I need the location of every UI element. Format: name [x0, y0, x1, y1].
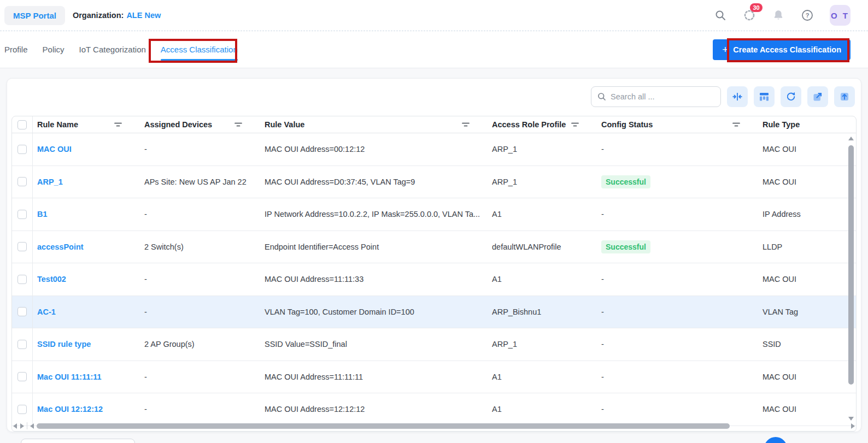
organization-link[interactable]: ALE New [126, 11, 161, 20]
vertical-scrollbar[interactable] [848, 134, 854, 422]
scroll-down-icon[interactable] [848, 417, 854, 421]
cell-rule-name: accessPoint [33, 231, 140, 263]
table-toolbar [7, 79, 861, 107]
column-header-label: Access Role Profile [492, 120, 566, 129]
collapse-columns-button[interactable] [727, 86, 748, 107]
cell-assigned-devices: 2 AP Group(s) [140, 328, 260, 361]
select-all-checkbox[interactable] [17, 120, 27, 129]
cell-rule-value: Endpoint Identifier=Access Point [260, 231, 488, 263]
column-header-config-status: Config Status [597, 116, 758, 133]
search-input[interactable] [611, 92, 714, 101]
cell-access-role-profile: ARP_1 [488, 166, 597, 198]
cell-config-status: - [597, 133, 758, 166]
table-row: Test002-MAC OUI Address=11:11:33A1-MAC O… [12, 263, 856, 296]
filter-icon[interactable] [732, 122, 740, 127]
rule-name-link[interactable]: SSID rule type [37, 340, 91, 349]
row-checkbox-cell [12, 166, 33, 198]
row-checkbox[interactable] [17, 210, 27, 219]
row-checkbox[interactable] [17, 242, 27, 251]
cell-rule-value: MAC OUI Address=12:12:12 [260, 393, 488, 426]
cell-rule-type: LLDP [758, 231, 856, 263]
status-badge: Successful [601, 240, 650, 253]
horizontal-scrollbar[interactable] [13, 422, 855, 429]
help-icon[interactable]: ? [801, 9, 814, 22]
filter-icon[interactable] [234, 122, 242, 127]
cell-rule-type: MAC OUI [758, 393, 856, 426]
cell-rule-name: Mac OUI 11:11:11 [33, 361, 140, 393]
row-checkbox[interactable] [17, 275, 27, 284]
table-row: accessPoint2 Switch(s)Endpoint Identifie… [12, 231, 856, 264]
vertical-scroll-thumb[interactable] [848, 145, 854, 385]
rule-name-link[interactable]: accessPoint [37, 243, 84, 251]
expand-button[interactable] [807, 86, 828, 107]
collapse-columns-icon [732, 91, 743, 102]
search-icon[interactable] [714, 9, 727, 22]
cell-config-status: Successful [597, 231, 758, 263]
row-checkbox[interactable] [17, 372, 27, 381]
row-checkbox[interactable] [17, 405, 27, 414]
rule-name-link[interactable]: Test002 [37, 275, 66, 283]
cell-rule-name: SSID rule type [33, 328, 140, 361]
cell-rule-value: IP Network Address=10.0.2.2, IP Mask=255… [260, 198, 488, 231]
horizontal-scroll-thumb[interactable] [37, 423, 730, 429]
filter-icon[interactable] [571, 122, 579, 127]
rule-name-link[interactable]: AC-1 [37, 308, 56, 316]
create-access-classification-button[interactable]: + Create Access Classification [713, 39, 851, 60]
column-header-label: Rule Type [763, 120, 800, 129]
cell-rule-value: SSID Value=SSID_final [260, 328, 488, 361]
filter-icon[interactable] [114, 122, 122, 127]
cell-rule-type: MAC OUI [758, 133, 856, 166]
column-header-label: Config Status [601, 120, 653, 129]
cell-config-status: - [597, 198, 758, 231]
cell-assigned-devices: - [140, 393, 260, 426]
msp-portal-screen: MSP Portal Organization:ALE New 30 ? O T… [0, 0, 868, 443]
cell-assigned-devices: APs Site: New US AP Jan 22 [140, 166, 260, 198]
export-button[interactable] [834, 86, 855, 107]
rule-name-link[interactable]: MAC OUI [37, 145, 72, 153]
column-header-label: Assigned Devices [144, 120, 212, 129]
cell-config-status: - [597, 296, 758, 328]
rule-name-link[interactable]: Mac OUI 11:11:11 [37, 373, 102, 381]
row-checkbox[interactable] [17, 340, 27, 349]
row-checkbox[interactable] [17, 177, 27, 186]
msp-portal-badge[interactable]: MSP Portal [4, 6, 65, 25]
pinned-scroll-right-icon[interactable] [20, 423, 24, 429]
cell-config-status: - [597, 393, 758, 426]
tab-policy[interactable]: Policy [43, 31, 64, 68]
export-icon [839, 91, 850, 102]
filter-icon[interactable] [462, 122, 470, 127]
scroll-up-icon[interactable] [848, 137, 854, 140]
rule-name-link[interactable]: B1 [37, 210, 48, 218]
search-input-box [591, 86, 721, 107]
cell-rule-type: MAC OUI [758, 263, 856, 296]
loading-spinner-icon[interactable]: 30 [743, 9, 756, 22]
cell-access-role-profile: A1 [488, 198, 597, 231]
row-checkbox-cell [12, 393, 33, 426]
row-checkbox-cell [12, 361, 33, 393]
refresh-button[interactable] [781, 86, 801, 107]
page-size-select[interactable] [21, 439, 135, 443]
column-header-access-role-profile: Access Role Profile [488, 116, 597, 133]
tab-access-classification[interactable]: Access Classification [161, 31, 238, 68]
row-checkbox-cell [12, 328, 33, 361]
rule-name-link[interactable]: ARP_1 [37, 178, 63, 186]
row-checkbox[interactable] [17, 307, 27, 316]
cell-access-role-profile: ARP_1 [488, 133, 597, 166]
pinned-scroll-left-icon[interactable] [13, 423, 17, 429]
cell-assigned-devices: 2 Switch(s) [140, 231, 260, 263]
cell-access-role-profile: defaultWLANProfile [488, 231, 597, 263]
bell-icon[interactable] [772, 9, 785, 22]
scroll-left-icon[interactable] [30, 423, 34, 429]
scroll-right-icon[interactable] [851, 423, 855, 429]
tab-iot-categorization[interactable]: IoT Categorization [79, 31, 146, 68]
user-avatar[interactable]: O T [830, 5, 851, 26]
tab-profile[interactable]: Profile [4, 31, 28, 68]
row-checkbox[interactable] [17, 145, 27, 154]
row-checkbox-cell [12, 263, 33, 296]
cell-rule-value: MAC OUI Address=00:12:12 [260, 133, 488, 166]
table-row: Mac OUI 11:11:11-MAC OUI Address=11:11:1… [12, 361, 856, 394]
column-settings-button[interactable] [754, 86, 775, 107]
tab-label: IoT Categorization [79, 45, 146, 54]
fab-button[interactable] [764, 437, 787, 443]
rule-name-link[interactable]: Mac OUI 12:12:12 [37, 405, 103, 414]
